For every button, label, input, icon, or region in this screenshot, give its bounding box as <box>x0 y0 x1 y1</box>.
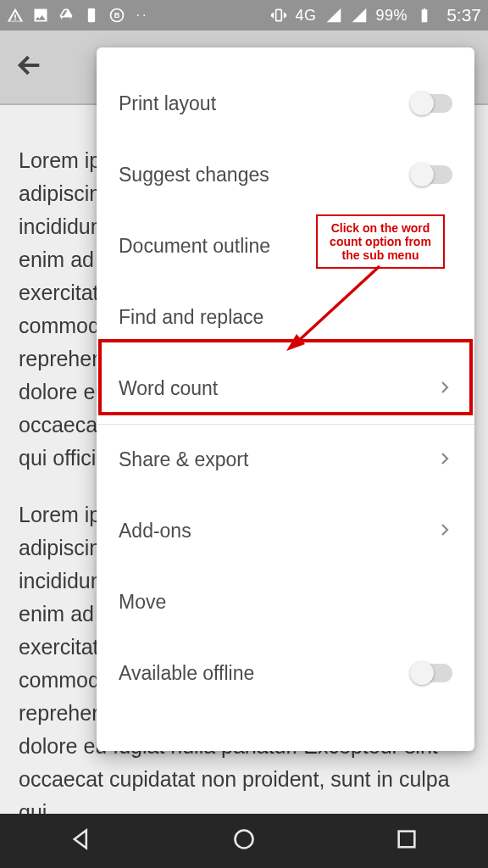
menu-item-suggest-changes[interactable]: Suggest changes <box>97 139 474 210</box>
nav-back-button[interactable] <box>69 827 93 854</box>
drive-icon <box>58 7 75 24</box>
menu-item-label: Word count <box>119 377 218 400</box>
menu-item-label: Print layout <box>119 92 216 115</box>
nav-home-button[interactable] <box>232 827 256 854</box>
svg-rect-0 <box>88 8 95 23</box>
menu-item-print-layout[interactable]: Print layout <box>97 68 474 139</box>
image-icon <box>32 7 49 24</box>
menu-item-share-export[interactable]: Share & export <box>97 424 474 495</box>
battery-percent: 99% <box>376 7 408 25</box>
menu-item-label: Share & export <box>119 448 248 471</box>
system-nav-bar <box>0 814 488 868</box>
status-right-icons: 4G 99% 5:37 <box>270 5 481 25</box>
chevron-right-icon <box>437 377 452 400</box>
phone-icon <box>83 7 100 24</box>
menu-item-label: Available offline <box>119 662 254 685</box>
menu-item-document-outline[interactable]: Document outline <box>97 210 474 281</box>
network-type: 4G <box>296 7 317 25</box>
svg-text:B: B <box>114 11 120 19</box>
chevron-right-icon <box>437 448 452 471</box>
signal-2-icon <box>351 7 368 24</box>
nav-recent-button[interactable] <box>395 827 419 854</box>
clock: 5:37 <box>446 5 481 25</box>
toggle-switch[interactable] <box>412 664 452 682</box>
menu-item-label: Suggest changes <box>119 164 269 186</box>
toggle-switch[interactable] <box>412 94 452 113</box>
menu-item-label: Document outline <box>119 235 270 258</box>
back-arrow-icon[interactable] <box>15 51 44 83</box>
svg-point-6 <box>236 831 253 849</box>
menu-item-label: Move <box>119 591 166 614</box>
vibrate-icon <box>270 7 287 24</box>
toggle-switch[interactable] <box>412 165 452 184</box>
signal-1-icon <box>325 7 342 24</box>
menu-item-move[interactable]: Move <box>97 566 474 637</box>
menu-item-add-ons[interactable]: Add-ons <box>97 495 474 566</box>
menu-item-find-replace[interactable]: Find and replace <box>97 281 474 353</box>
chevron-right-icon <box>437 520 452 542</box>
menu-item-available-offline[interactable]: Available offline <box>97 637 474 709</box>
circle-b-icon: B <box>108 7 125 24</box>
overflow-menu: Print layout Suggest changes Document ou… <box>97 47 474 751</box>
svg-rect-3 <box>275 9 281 20</box>
menu-item-label: Add-ons <box>119 520 191 542</box>
warning-icon <box>7 7 24 24</box>
menu-item-label: Find and replace <box>119 306 263 329</box>
battery-icon <box>416 7 433 24</box>
ellipsis-icon: ·· <box>134 7 151 24</box>
status-left-icons: B ·· <box>7 7 151 24</box>
svg-rect-7 <box>399 832 415 848</box>
status-bar: B ·· 4G 99% 5:37 <box>0 0 488 31</box>
menu-item-word-count[interactable]: Word count <box>97 353 474 424</box>
